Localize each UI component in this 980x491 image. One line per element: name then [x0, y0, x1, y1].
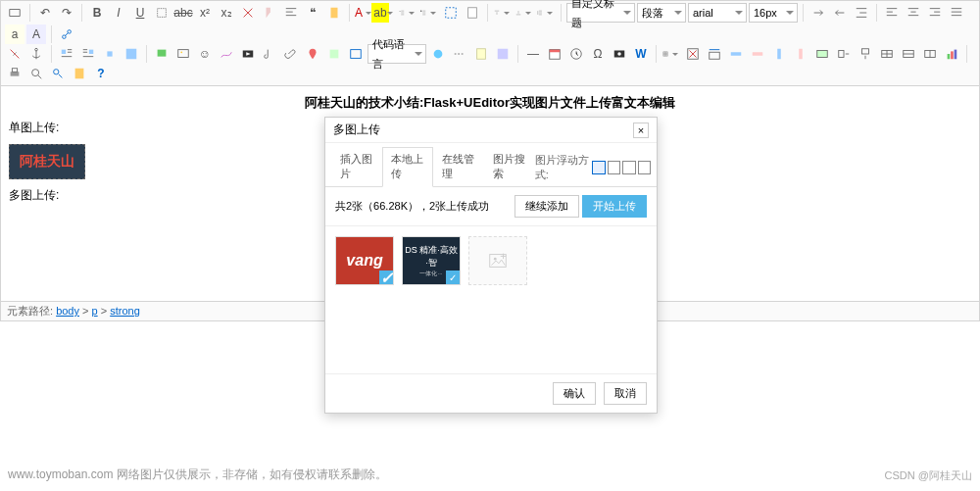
- splittocols-icon[interactable]: [920, 44, 940, 64]
- customstyle-combo[interactable]: 自定义标题: [566, 3, 635, 23]
- subscript-icon[interactable]: x₂: [217, 3, 236, 23]
- template-icon[interactable]: [471, 44, 491, 64]
- music-icon[interactable]: [260, 44, 279, 64]
- tab-local-upload[interactable]: 本地上传: [382, 147, 433, 187]
- deleterow-icon[interactable]: [748, 44, 767, 64]
- splittocells-icon[interactable]: [877, 44, 897, 64]
- emotion-icon[interactable]: ☺: [195, 44, 215, 64]
- rowspacingtop-icon[interactable]: [493, 3, 513, 23]
- tab-image-search[interactable]: 图片搜索: [484, 147, 535, 186]
- image-right-icon[interactable]: [78, 44, 98, 64]
- unordered-list-icon[interactable]: [419, 3, 439, 23]
- start-upload-button[interactable]: 开始上传: [582, 195, 647, 218]
- simpleupload-icon[interactable]: [152, 44, 172, 64]
- insertparagraphbeforetable-icon[interactable]: [705, 44, 724, 64]
- path-crumb-p[interactable]: p: [92, 305, 98, 317]
- insertimage-icon[interactable]: [173, 44, 193, 64]
- ordered-list-icon[interactable]: 1: [398, 3, 417, 23]
- insertframe-icon[interactable]: [346, 44, 366, 64]
- insertcode-combo[interactable]: 代码语言: [368, 44, 426, 64]
- tolowercase-icon[interactable]: A: [26, 25, 46, 44]
- map-icon[interactable]: [303, 44, 322, 64]
- fontfamily-combo[interactable]: arial: [688, 3, 747, 23]
- indent-icon[interactable]: [852, 3, 871, 23]
- add-image-placeholder[interactable]: [468, 236, 527, 285]
- source-icon[interactable]: [5, 3, 24, 23]
- path-crumb-body[interactable]: body: [56, 305, 79, 317]
- removeformat-icon[interactable]: [238, 3, 258, 23]
- blockquote-icon[interactable]: ❝: [303, 3, 322, 23]
- insertcol-icon[interactable]: [769, 44, 789, 64]
- unlink-icon[interactable]: [5, 44, 24, 64]
- image-none-icon[interactable]: [122, 44, 141, 64]
- path-crumb-strong[interactable]: strong: [110, 305, 140, 317]
- searchreplace-icon[interactable]: [48, 64, 68, 83]
- paragraph-combo[interactable]: 段落: [637, 3, 686, 23]
- date-icon[interactable]: [545, 44, 564, 64]
- preview-icon[interactable]: [26, 64, 46, 83]
- float-default-icon[interactable]: [592, 161, 605, 174]
- charts-icon[interactable]: [942, 44, 961, 64]
- underline-icon[interactable]: U: [130, 3, 150, 23]
- inserttable-icon[interactable]: [662, 44, 681, 64]
- attachment-icon[interactable]: [281, 44, 301, 64]
- rowspacingbottom-icon[interactable]: [514, 3, 534, 23]
- mergeright-icon[interactable]: [834, 44, 854, 64]
- tab-remote-image[interactable]: 插入图片: [331, 147, 382, 186]
- print-icon[interactable]: [5, 64, 24, 83]
- cleardoc-icon[interactable]: [463, 3, 482, 23]
- strikethrough-icon[interactable]: abc: [173, 3, 193, 23]
- formatmatch-icon[interactable]: [260, 3, 279, 23]
- confirm-button[interactable]: 确认: [553, 382, 596, 405]
- thumbnail-item[interactable]: vang ✓: [335, 236, 394, 285]
- redo-icon[interactable]: ↷: [57, 3, 76, 23]
- background-icon[interactable]: [493, 44, 513, 64]
- mergecells-icon[interactable]: [812, 44, 832, 64]
- drafts-icon[interactable]: [70, 64, 89, 83]
- align-center-icon[interactable]: [904, 3, 923, 23]
- align-right-icon[interactable]: [925, 3, 945, 23]
- link-icon[interactable]: [57, 25, 76, 44]
- pagebreak-icon[interactable]: [450, 44, 469, 64]
- spechars-icon[interactable]: Ω: [588, 44, 608, 64]
- italic-icon[interactable]: I: [109, 3, 128, 23]
- uploaded-image-badge[interactable]: 阿桂天山: [9, 144, 85, 179]
- time-icon[interactable]: [566, 44, 586, 64]
- dir-ltr-icon[interactable]: [808, 3, 828, 23]
- gmap-icon[interactable]: [324, 44, 344, 64]
- webapp-icon[interactable]: [428, 44, 448, 64]
- insertrow-icon[interactable]: [726, 44, 746, 64]
- touppercase-icon[interactable]: a: [5, 25, 24, 44]
- close-icon[interactable]: ×: [633, 123, 649, 138]
- help-icon[interactable]: ?: [91, 64, 111, 83]
- align-left-icon[interactable]: [882, 3, 902, 23]
- dir-rtl-icon[interactable]: [830, 3, 850, 23]
- horizontal-icon[interactable]: —: [523, 44, 543, 64]
- bold-icon[interactable]: B: [87, 3, 107, 23]
- fontsize-combo[interactable]: 16px: [749, 3, 798, 23]
- image-center-icon[interactable]: [100, 44, 120, 64]
- tab-online-manage[interactable]: 在线管理: [433, 147, 484, 186]
- float-right-icon[interactable]: [622, 161, 635, 174]
- cancel-button[interactable]: 取消: [604, 382, 647, 405]
- deletetable-icon[interactable]: [683, 44, 703, 64]
- undo-icon[interactable]: ↶: [35, 3, 55, 23]
- add-more-button[interactable]: 继续添加: [514, 195, 579, 218]
- float-left-icon[interactable]: [608, 161, 620, 174]
- lineheight-icon[interactable]: [536, 3, 556, 23]
- pasteplain-icon[interactable]: [324, 3, 344, 23]
- image-left-icon[interactable]: [57, 44, 76, 64]
- insertvideo-icon[interactable]: [238, 44, 258, 64]
- dialog-titlebar[interactable]: 多图上传 ×: [325, 118, 657, 143]
- backcolor-icon[interactable]: ab: [376, 3, 396, 23]
- autotypeset-icon[interactable]: [281, 3, 301, 23]
- deletecol-icon[interactable]: [791, 44, 810, 64]
- scrawl-icon[interactable]: [217, 44, 236, 64]
- snapscreen-icon[interactable]: [610, 44, 629, 64]
- anchor-icon[interactable]: [26, 44, 46, 64]
- fontborder-icon[interactable]: [152, 3, 172, 23]
- selectall-icon[interactable]: [441, 3, 461, 23]
- align-justify-icon[interactable]: [947, 3, 966, 23]
- superscript-icon[interactable]: x²: [195, 3, 215, 23]
- mergedown-icon[interactable]: [856, 44, 875, 64]
